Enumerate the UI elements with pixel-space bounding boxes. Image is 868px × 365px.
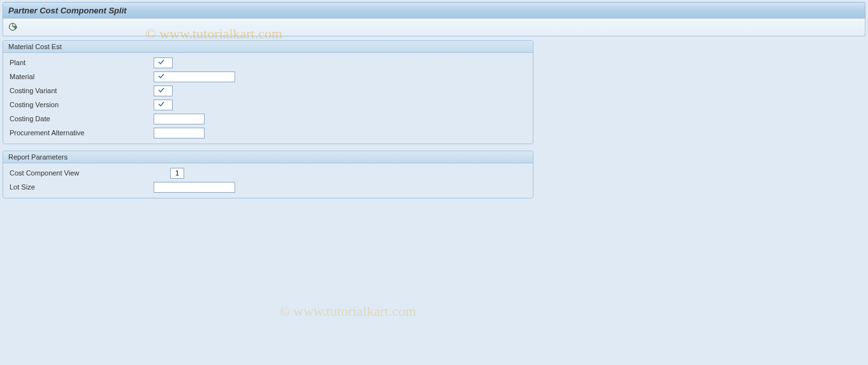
watermark-text: © www.tutorialkart.com — [279, 303, 416, 320]
group-header-material: Material Cost Est — [3, 41, 533, 53]
label-material: Material — [8, 73, 154, 80]
toolbar — [3, 19, 865, 36]
row-lot-size: Lot Size — [8, 180, 528, 194]
page-title: Partner Cost Component Split — [8, 6, 127, 15]
input-cost-component-view[interactable] — [170, 168, 184, 179]
input-lot-size[interactable] — [154, 182, 235, 193]
input-costing-variant[interactable] — [154, 86, 173, 96]
content-area: Material Cost Est Plant Material — [0, 40, 868, 198]
input-plant[interactable] — [154, 57, 173, 68]
execute-icon[interactable] — [7, 22, 18, 33]
group-body-report: Cost Component View Lot Size — [3, 163, 533, 198]
title-bar: Partner Cost Component Split — [3, 2, 865, 19]
group-material-cost-est: Material Cost Est Plant Material — [3, 40, 533, 144]
input-costing-date[interactable] — [154, 114, 205, 124]
group-header-report: Report Parameters — [3, 151, 533, 163]
row-costing-version: Costing Version — [8, 98, 528, 112]
label-costing-date: Costing Date — [8, 115, 154, 123]
label-procurement-alternative: Procurement Alternative — [8, 129, 154, 137]
row-costing-variant: Costing Variant — [8, 84, 528, 98]
input-material[interactable] — [154, 71, 235, 82]
label-costing-variant: Costing Variant — [8, 87, 154, 94]
label-cost-component-view: Cost Component View — [8, 169, 154, 177]
label-costing-version: Costing Version — [8, 101, 154, 108]
row-material: Material — [8, 70, 528, 84]
row-plant: Plant — [8, 56, 528, 70]
input-costing-version[interactable] — [154, 100, 173, 110]
label-lot-size: Lot Size — [8, 183, 154, 191]
row-procurement-alternative: Procurement Alternative — [8, 126, 528, 140]
label-plant: Plant — [8, 59, 154, 66]
group-report-parameters: Report Parameters Cost Component View Lo… — [3, 151, 533, 198]
input-procurement-alternative[interactable] — [154, 128, 205, 138]
row-costing-date: Costing Date — [8, 112, 528, 126]
row-cost-component-view: Cost Component View — [8, 166, 528, 180]
group-body-material: Plant Material — [3, 53, 533, 144]
